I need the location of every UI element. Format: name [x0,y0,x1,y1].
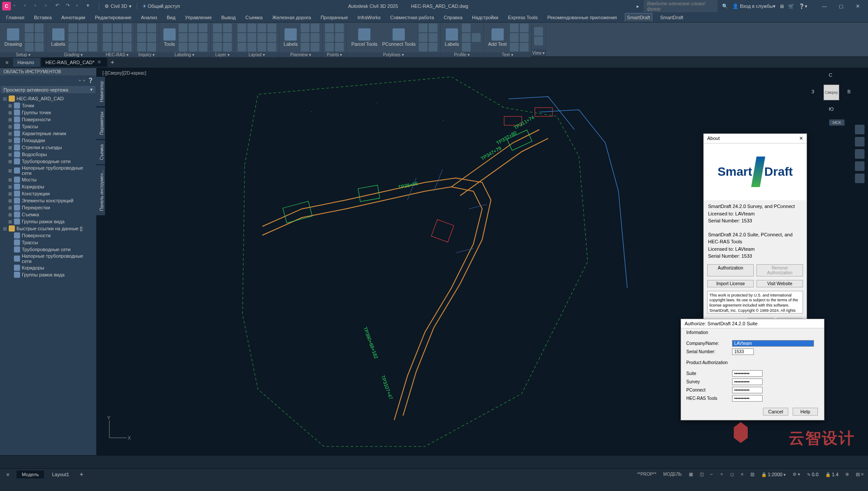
import-license-button[interactable]: Import License [707,280,754,287]
tree-item[interactable]: Трассы [2,239,95,246]
tree-item[interactable]: ⊞Площадки [2,137,95,144]
ribbon-small-icon[interactable] [311,33,319,42]
status-meter[interactable]: 🔒 1.4 [824,471,840,478]
search-input[interactable]: Введите ключевое слово/фразу [644,0,718,12]
ribbon-small-icon[interactable] [248,33,256,42]
tree-item[interactable]: ⊞Водосборы [2,151,95,158]
tree-item[interactable]: ⊞Перекрестки [2,204,95,211]
tree-item[interactable]: Коридоры [2,264,95,271]
ribbon-small-icon[interactable] [147,33,156,42]
ribbon-small-icon[interactable] [237,24,246,32]
tree-item[interactable]: ⊞Группы рамок вида [2,218,95,225]
ribbon-labels[interactable]: Labels [49,27,67,48]
ribbon-small-icon[interactable] [311,43,319,51]
ribbon-small-icon[interactable] [88,33,97,42]
ribbon-small-icon[interactable] [462,33,471,42]
ribbon-small-icon[interactable] [335,33,344,42]
tree-item[interactable]: ⊞Трассы [2,123,95,130]
ribbon-small-icon[interactable] [199,43,207,51]
menu-tab-8[interactable]: Съемка [244,14,264,21]
ribbon-small-icon[interactable] [258,24,266,32]
ribbon-small-icon[interactable] [213,24,222,32]
start-tab[interactable]: Начало [13,58,40,67]
ribbon-small-icon[interactable] [35,33,44,42]
ribbon-add-text[interactable]: Add Text [486,27,509,48]
viewcube-face[interactable]: Сверху [824,85,839,100]
share-button[interactable]: ✈ Общий доступ [142,3,180,9]
window-close-button[interactable]: ✕ [849,0,866,12]
authorize-help-button[interactable]: Help [793,408,818,416]
add-tab-button[interactable]: ＋ [108,58,117,67]
status-grid-icon[interactable]: ▦ [687,471,695,477]
status-prop[interactable]: **PROP** [635,471,658,477]
menu-tab-17[interactable]: SmartDraft [625,13,652,21]
window-minimize-button[interactable]: — [816,0,833,12]
ribbon-small-icon[interactable] [258,33,266,42]
menu-tab-2[interactable]: Аннотации [60,14,87,21]
ribbon-small-icon[interactable] [123,43,132,51]
tree-item[interactable]: ⊞Характерные линии [2,130,95,137]
qat-undo-icon[interactable]: ↶ [55,3,62,10]
menu-tab-11[interactable]: InfraWorks [356,14,383,21]
ribbon-small-icon[interactable] [335,43,344,51]
ribbon-small-icon[interactable] [35,24,44,32]
tree-item[interactable]: ⊞Коридоры [2,183,95,190]
close-tab-icon[interactable]: ✕ [97,59,101,65]
ribbon-labels[interactable]: Labels [282,27,299,48]
qat-print-icon[interactable]: ▫ [76,3,83,10]
menu-tab-6[interactable]: Управление [183,14,214,21]
viewcube[interactable]: Сверху С Ю В З [811,72,851,112]
ribbon-small-icon[interactable] [419,33,427,42]
ribbon-small-icon[interactable] [223,24,232,32]
ribbon-small-icon[interactable] [311,24,319,32]
file-menu-icon[interactable]: ≡ [2,58,12,67]
ribbon-small-icon[interactable] [510,33,519,42]
ribbon-small-icon[interactable] [429,24,437,32]
serial-input[interactable] [732,348,754,355]
ribbon-panel-label[interactable]: Inquiry ▾ [135,52,159,57]
ribbon-small-icon[interactable] [25,24,34,32]
ribbon-small-icon[interactable] [88,43,97,51]
ribbon-tools[interactable]: Tools [162,27,177,48]
menu-tab-18[interactable]: SmartDraft [658,14,685,21]
help-icon[interactable]: ❔▾ [799,3,807,9]
visit-website-button[interactable]: Visit Website [756,280,803,287]
layout-menu-icon[interactable]: ≡ [3,470,13,479]
ribbon-small-icon[interactable] [68,43,77,51]
ribbon-small-icon[interactable] [510,43,519,51]
qat-saveas-icon[interactable]: ▫ [45,3,52,10]
cart-icon[interactable]: 🛒 [788,3,794,9]
menu-tab-13[interactable]: Справка [442,14,464,21]
viewcube-west[interactable]: З [811,89,814,94]
ribbon-small-icon[interactable] [237,43,246,51]
ribbon-small-icon[interactable] [25,33,34,42]
ribbon-small-icon[interactable] [199,24,207,32]
nav-zoom-icon[interactable] [855,149,865,159]
status-osnap-icon[interactable]: ◻ [729,471,736,477]
ribbon-small-icon[interactable] [223,43,232,51]
menu-tab-16[interactable]: Рекомендованные приложения [546,14,619,21]
ribbon-small-icon[interactable] [510,24,519,32]
ribbon-panel-label[interactable]: Planview ▾ [279,52,322,57]
ribbon-drawing[interactable]: Drawing [3,27,24,48]
ribbon-labels[interactable]: Labels [443,27,461,48]
tree-item[interactable]: ⊞Группы точек [2,109,95,116]
ribbon-small-icon[interactable] [103,33,112,42]
auth-code-input[interactable] [732,378,763,385]
ribbon-small-icon[interactable] [268,43,276,51]
ribbon-small-icon[interactable] [419,24,427,32]
menu-tab-9[interactable]: Железная дорога [271,14,313,21]
status-polar-icon[interactable]: ✧ [718,471,725,477]
ribbon-small-icon[interactable] [462,43,471,51]
ribbon-small-icon[interactable] [68,33,77,42]
ribbon-small-icon[interactable] [301,33,309,42]
menu-tab-14[interactable]: Надстройки [470,14,500,21]
tree-item[interactable]: ⊞Трубопроводные сети [2,158,95,165]
menu-tab-7[interactable]: Вывод [220,14,237,21]
status-ortho-icon[interactable]: ⌐ [709,471,715,477]
ribbon-small-icon[interactable] [268,24,276,32]
ribbon-small-icon[interactable] [147,24,156,32]
nav-steering-icon[interactable] [855,125,865,134]
ribbon-panel-label[interactable]: Profile ▾ [441,52,483,57]
ribbon-panel-label[interactable]: Grading ▾ [47,52,99,57]
